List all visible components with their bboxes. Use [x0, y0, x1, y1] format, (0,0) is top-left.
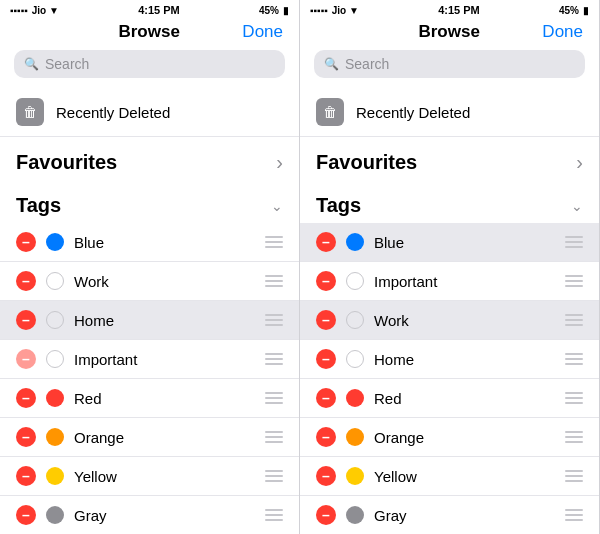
tag-row[interactable]: –Gray — [0, 496, 299, 534]
minus-button[interactable]: – — [316, 466, 336, 486]
minus-button[interactable]: – — [316, 505, 336, 525]
tag-label: Red — [74, 390, 249, 407]
recently-deleted-row[interactable]: 🗑 Recently Deleted — [0, 88, 299, 137]
tag-color-dot — [346, 428, 364, 446]
minus-button[interactable]: – — [16, 232, 36, 252]
nav-title: Browse — [356, 22, 542, 42]
tag-row[interactable]: –Red — [0, 379, 299, 418]
tag-label: Work — [74, 273, 249, 290]
minus-button[interactable]: – — [16, 427, 36, 447]
minus-button[interactable]: – — [16, 388, 36, 408]
drag-handle[interactable] — [259, 275, 283, 287]
tag-row[interactable]: –Work — [0, 262, 299, 301]
tag-color-dot — [46, 506, 64, 524]
battery-percent: 45% — [559, 5, 579, 16]
done-button[interactable]: Done — [242, 22, 283, 42]
status-left: ▪▪▪▪▪ Jio ▼ — [310, 5, 359, 16]
minus-button[interactable]: – — [316, 232, 336, 252]
minus-button[interactable]: – — [16, 466, 36, 486]
tag-label: Blue — [374, 234, 549, 251]
tag-row[interactable]: –Blue — [0, 223, 299, 262]
status-time: 4:15 PM — [138, 4, 180, 16]
tag-label: Yellow — [74, 468, 249, 485]
drag-handle[interactable] — [559, 314, 583, 326]
tags-section-header[interactable]: Tags ⌄ — [0, 180, 299, 223]
recently-deleted-label: Recently Deleted — [356, 104, 470, 121]
search-bar[interactable]: 🔍 Search — [314, 50, 585, 78]
trash-icon: 🗑 — [316, 98, 344, 126]
tags-section-header[interactable]: Tags ⌄ — [300, 180, 599, 223]
drag-handle[interactable] — [259, 431, 283, 443]
search-bar[interactable]: 🔍 Search — [14, 50, 285, 78]
minus-button[interactable]: – — [316, 388, 336, 408]
trash-icon: 🗑 — [16, 98, 44, 126]
tag-label: Gray — [74, 507, 249, 524]
drag-handle[interactable] — [559, 509, 583, 521]
tag-color-dot — [46, 428, 64, 446]
tag-row[interactable]: –Important — [300, 262, 599, 301]
tag-color-outline — [46, 350, 64, 368]
tag-color-dot — [346, 506, 364, 524]
done-button[interactable]: Done — [542, 22, 583, 42]
drag-handle[interactable] — [259, 314, 283, 326]
tag-color-dot — [346, 389, 364, 407]
drag-handle[interactable] — [559, 431, 583, 443]
minus-button[interactable]: – — [16, 349, 36, 369]
favourites-section-header[interactable]: Favourites › — [0, 137, 299, 180]
chevron-down-icon: ⌄ — [571, 198, 583, 214]
tags-title: Tags — [16, 194, 61, 217]
status-left: ▪▪▪▪▪ Jio ▼ — [10, 5, 59, 16]
nav-bar: Browse Done — [0, 18, 299, 50]
drag-handle[interactable] — [259, 470, 283, 482]
minus-button[interactable]: – — [16, 310, 36, 330]
tag-color-dot — [46, 233, 64, 251]
tag-row[interactable]: –Orange — [300, 418, 599, 457]
tag-row[interactable]: –Red — [300, 379, 599, 418]
minus-button[interactable]: – — [316, 427, 336, 447]
chevron-right-icon: › — [276, 151, 283, 174]
status-time: 4:15 PM — [438, 4, 480, 16]
tag-row[interactable]: –Blue — [300, 223, 599, 262]
battery-percent: 45% — [259, 5, 279, 16]
tag-row[interactable]: –Orange — [0, 418, 299, 457]
tag-label: Orange — [374, 429, 549, 446]
tag-color-dot — [346, 233, 364, 251]
favourites-section-header[interactable]: Favourites › — [300, 137, 599, 180]
minus-button[interactable]: – — [316, 310, 336, 330]
tag-row[interactable]: –Yellow — [0, 457, 299, 496]
carrier-name: Jio ▼ — [32, 5, 59, 16]
drag-handle[interactable] — [559, 392, 583, 404]
tag-row[interactable]: –Important — [0, 340, 299, 379]
search-icon: 🔍 — [324, 57, 339, 71]
minus-button[interactable]: – — [16, 271, 36, 291]
tag-label: Important — [374, 273, 549, 290]
tag-row[interactable]: –Home — [0, 301, 299, 340]
drag-handle[interactable] — [259, 392, 283, 404]
tag-row[interactable]: –Yellow — [300, 457, 599, 496]
drag-handle[interactable] — [259, 236, 283, 248]
tag-label: Blue — [74, 234, 249, 251]
tag-color-dot — [46, 389, 64, 407]
drag-handle[interactable] — [559, 236, 583, 248]
tag-color-dot — [46, 467, 64, 485]
drag-handle[interactable] — [559, 470, 583, 482]
minus-button[interactable]: – — [16, 505, 36, 525]
tag-row[interactable]: –Gray — [300, 496, 599, 534]
tag-list: –Blue–Important–Work–Home–Red–Orange–Yel… — [300, 223, 599, 534]
drag-handle[interactable] — [559, 275, 583, 287]
status-right: 45% ▮ — [559, 5, 589, 16]
favourites-title: Favourites — [16, 151, 117, 174]
tag-color-outline — [346, 350, 364, 368]
minus-button[interactable]: – — [316, 271, 336, 291]
recently-deleted-row[interactable]: 🗑 Recently Deleted — [300, 88, 599, 137]
tag-row[interactable]: –Work — [300, 301, 599, 340]
chevron-right-icon: › — [576, 151, 583, 174]
minus-button[interactable]: – — [316, 349, 336, 369]
nav-bar: Browse Done — [300, 18, 599, 50]
drag-handle[interactable] — [259, 353, 283, 365]
search-icon: 🔍 — [24, 57, 39, 71]
drag-handle[interactable] — [559, 353, 583, 365]
drag-handle[interactable] — [259, 509, 283, 521]
carrier-name: Jio ▼ — [332, 5, 359, 16]
tag-row[interactable]: –Home — [300, 340, 599, 379]
